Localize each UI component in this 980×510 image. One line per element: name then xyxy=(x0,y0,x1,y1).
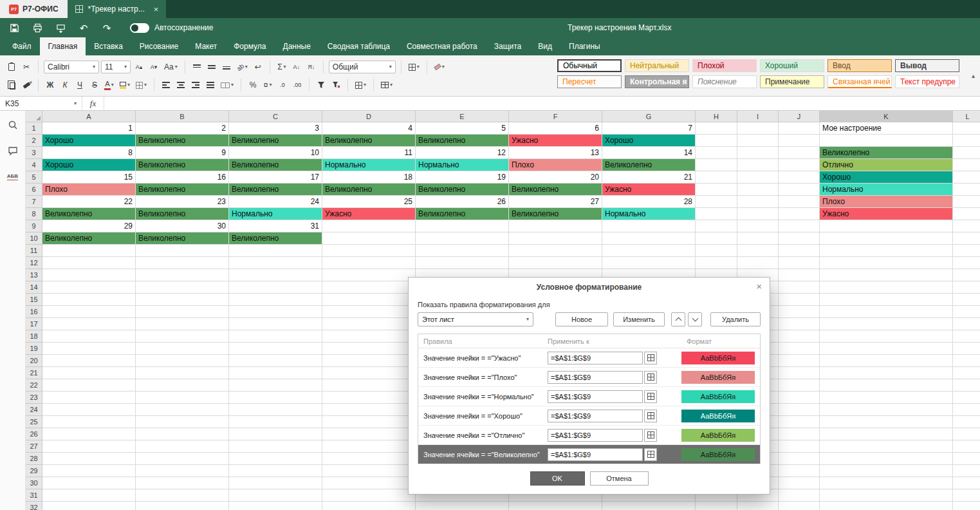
cell-L12[interactable] xyxy=(953,257,980,269)
cancel-button[interactable]: Отмена xyxy=(590,471,649,486)
cell-B29[interactable] xyxy=(136,465,229,477)
cell-C9[interactable]: 31 xyxy=(229,220,322,232)
menu-tab-совместная-работа[interactable]: Совместная работа xyxy=(398,37,486,55)
cell-A2[interactable]: Хорошо xyxy=(42,135,136,147)
font-color-button[interactable]: А▾ xyxy=(103,79,116,91)
menu-tab-сводная-таблица[interactable]: Сводная таблица xyxy=(319,37,398,55)
cell-F5[interactable]: 20 xyxy=(509,171,602,184)
cell-J8[interactable] xyxy=(779,208,820,220)
cell-B25[interactable] xyxy=(136,416,229,428)
cell-A30[interactable] xyxy=(42,477,136,489)
cell-I4[interactable] xyxy=(737,159,779,171)
cell-K32[interactable] xyxy=(820,502,953,510)
cell-J32[interactable] xyxy=(779,502,820,510)
cell-A27[interactable] xyxy=(42,440,136,453)
cell-J25[interactable] xyxy=(779,416,820,428)
dialog-close-icon[interactable]: × xyxy=(756,281,762,291)
row-header-19[interactable]: 19 xyxy=(26,343,42,355)
borders-button[interactable]: ▾ xyxy=(134,79,149,91)
cell-style-Плохой[interactable]: Плохой xyxy=(692,59,757,72)
cell-K19[interactable] xyxy=(820,343,953,355)
column-header-C[interactable]: C xyxy=(229,111,322,122)
cell-E2[interactable]: Великолепно xyxy=(416,135,509,147)
wrap-text-button[interactable]: ↩ xyxy=(252,61,264,73)
cell-D2[interactable]: Великолепно xyxy=(322,135,416,147)
app-tab[interactable]: Р7 Р7-ОФИС xyxy=(0,0,68,18)
align-left-button[interactable] xyxy=(160,79,172,91)
move-rule-down-button[interactable] xyxy=(688,312,702,326)
cell-D32[interactable] xyxy=(322,502,416,510)
cell-L6[interactable] xyxy=(953,184,980,196)
cell-C18[interactable] xyxy=(229,330,322,343)
menu-tab-рисование[interactable]: Рисование xyxy=(131,37,187,55)
cell-G32[interactable] xyxy=(602,502,696,510)
cell-style-Связанная ячей[interactable]: Связанная ячей xyxy=(827,75,892,88)
select-range-button[interactable] xyxy=(644,448,657,461)
cell-D28[interactable] xyxy=(322,453,416,465)
cell-L9[interactable] xyxy=(953,220,980,232)
cell-K16[interactable] xyxy=(820,306,953,318)
cell-K15[interactable] xyxy=(820,294,953,306)
cell-J31[interactable] xyxy=(779,489,820,502)
column-header-K[interactable]: K xyxy=(820,111,953,122)
autosum-button[interactable]: Σ▾ xyxy=(275,61,288,73)
cell-H7[interactable] xyxy=(696,196,737,208)
cell-C17[interactable] xyxy=(229,318,322,330)
cell-I2[interactable] xyxy=(737,135,779,147)
cell-C5[interactable]: 17 xyxy=(229,171,322,184)
cell-H11[interactable] xyxy=(696,245,737,257)
cell-J30[interactable] xyxy=(779,477,820,489)
column-header-E[interactable]: E xyxy=(416,111,509,122)
row-header-31[interactable]: 31 xyxy=(26,489,42,502)
cell-B11[interactable] xyxy=(136,245,229,257)
cell-I9[interactable] xyxy=(737,220,779,232)
document-tab[interactable]: *Трекер настр... × xyxy=(68,0,167,18)
move-rule-up-button[interactable] xyxy=(671,312,685,326)
font-size-select[interactable]: 11▾ xyxy=(101,61,131,73)
cell-E11[interactable] xyxy=(416,245,509,257)
cell-C21[interactable] xyxy=(229,367,322,379)
cell-L25[interactable] xyxy=(953,416,980,428)
cell-J23[interactable] xyxy=(779,392,820,404)
row-header-13[interactable]: 13 xyxy=(26,269,42,281)
cell-D18[interactable] xyxy=(322,330,416,343)
cell-A25[interactable] xyxy=(42,416,136,428)
cell-style-Пересчет[interactable]: Пересчет xyxy=(557,75,622,88)
cell-A4[interactable]: Хорошо xyxy=(42,159,136,171)
cell-F11[interactable] xyxy=(509,245,602,257)
cell-I32[interactable] xyxy=(737,502,779,510)
row-header-23[interactable]: 23 xyxy=(26,392,42,404)
cell-E1[interactable]: 5 xyxy=(416,122,509,135)
print-icon[interactable] xyxy=(31,21,44,34)
format-painter-button[interactable] xyxy=(20,79,33,91)
row-header-10[interactable]: 10 xyxy=(26,232,42,245)
cell-C31[interactable] xyxy=(229,489,322,502)
cell-D16[interactable] xyxy=(322,306,416,318)
cell-A13[interactable] xyxy=(42,269,136,281)
row-header-7[interactable]: 7 xyxy=(26,196,42,208)
cell-D21[interactable] xyxy=(322,367,416,379)
row-header-6[interactable]: 6 xyxy=(26,184,42,196)
cell-G2[interactable]: Хорошо xyxy=(602,135,696,147)
rule-row-1[interactable]: Значение ячейки = ="Ужасно"АаВbБбЯя xyxy=(418,348,760,368)
insert-function-button[interactable]: fx xyxy=(82,97,104,110)
cell-B19[interactable] xyxy=(136,343,229,355)
format-as-table-button[interactable]: ▾ xyxy=(379,79,394,91)
cell-D22[interactable] xyxy=(322,379,416,392)
cell-K8[interactable]: Ужасно xyxy=(820,208,953,220)
cell-K31[interactable] xyxy=(820,489,953,502)
justify-button[interactable] xyxy=(204,79,217,91)
delete-rule-button[interactable]: Удалить xyxy=(710,312,761,326)
decrease-font-button[interactable]: А▾ xyxy=(147,61,160,73)
cell-F9[interactable] xyxy=(509,220,602,232)
cell-H32[interactable] xyxy=(696,502,737,510)
cell-L20[interactable] xyxy=(953,355,980,367)
cell-J20[interactable] xyxy=(779,355,820,367)
cell-B9[interactable]: 30 xyxy=(136,220,229,232)
cell-K22[interactable] xyxy=(820,379,953,392)
cell-K13[interactable] xyxy=(820,269,953,281)
cell-H3[interactable] xyxy=(696,147,737,159)
cell-B16[interactable] xyxy=(136,306,229,318)
cell-A12[interactable] xyxy=(42,257,136,269)
cell-L19[interactable] xyxy=(953,343,980,355)
